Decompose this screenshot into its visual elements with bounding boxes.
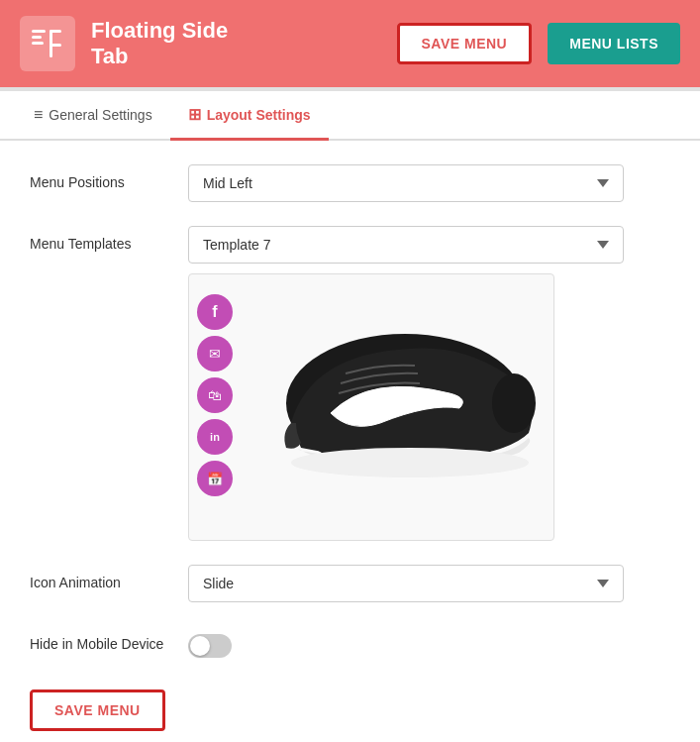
- preview-side-icons: f ✉ 🛍 in 📅: [197, 294, 233, 496]
- svg-point-9: [291, 448, 529, 477]
- icon-animation-select[interactable]: Slide Bounce Rotate None: [188, 565, 624, 602]
- menu-templates-label: Menu Templates: [30, 226, 188, 252]
- icon-animation-control: Slide Bounce Rotate None: [188, 565, 670, 602]
- preview-icon-calendar: 📅: [197, 461, 233, 496]
- menu-lists-button[interactable]: MENU LISTS: [548, 23, 680, 64]
- tab-layout-settings[interactable]: ⊞ Layout Settings: [170, 91, 329, 141]
- icon-animation-row: Icon Animation Slide Bounce Rotate None: [30, 565, 670, 602]
- svg-point-10: [492, 373, 536, 433]
- menu-positions-row: Menu Positions Mid Left Mid Right Top Le…: [30, 164, 670, 202]
- menu-templates-row: Menu Templates Template 1 Template 2 Tem…: [30, 226, 670, 541]
- menu-templates-select[interactable]: Template 1 Template 2 Template 3 Templat…: [188, 226, 624, 264]
- main-content: Menu Positions Mid Left Mid Right Top Le…: [0, 141, 700, 742]
- app-title: Floating Side Tab: [91, 18, 381, 70]
- menu-positions-select[interactable]: Mid Left Mid Right Top Left Top Right Bo…: [188, 164, 624, 202]
- save-menu-header-button[interactable]: SAVE MENU: [397, 23, 533, 64]
- hide-mobile-control: [188, 626, 670, 658]
- hide-mobile-toggle[interactable]: [188, 634, 232, 658]
- toggle-slider: [188, 634, 232, 658]
- svg-rect-5: [50, 44, 61, 47]
- template-preview: f ✉ 🛍 in 📅: [188, 273, 554, 541]
- hide-mobile-label: Hide in Mobile Device: [30, 626, 188, 652]
- hamburger-icon: ≡: [34, 106, 43, 124]
- preview-icon-linkedin: in: [197, 419, 233, 455]
- svg-rect-2: [32, 42, 44, 45]
- grid-icon: ⊞: [188, 105, 201, 124]
- menu-templates-control: Template 1 Template 2 Template 3 Templat…: [188, 226, 670, 541]
- icon-animation-label: Icon Animation: [30, 565, 188, 590]
- svg-rect-1: [32, 36, 42, 39]
- svg-rect-0: [32, 30, 46, 33]
- svg-rect-4: [50, 30, 61, 33]
- tab-layout-label: Layout Settings: [207, 107, 311, 123]
- preview-icon-facebook: f: [197, 294, 233, 330]
- preview-shoe-image: AIR ZOOM: [237, 274, 553, 541]
- header: Floating Side Tab SAVE MENU MENU LISTS: [0, 0, 700, 87]
- preview-icon-email: ✉: [197, 336, 233, 371]
- preview-icon-bag: 🛍: [197, 377, 233, 413]
- tab-general-settings[interactable]: ≡ General Settings: [16, 92, 170, 141]
- tab-general-label: General Settings: [49, 107, 151, 123]
- app-logo: [20, 16, 75, 71]
- tab-bar: ≡ General Settings ⊞ Layout Settings: [0, 91, 700, 141]
- menu-positions-control: Mid Left Mid Right Top Left Top Right Bo…: [188, 164, 670, 202]
- hide-mobile-toggle-wrap: [188, 626, 670, 658]
- menu-positions-label: Menu Positions: [30, 164, 188, 190]
- hide-mobile-row: Hide in Mobile Device: [30, 626, 670, 658]
- save-menu-bottom-button[interactable]: SAVE MENU: [30, 689, 165, 731]
